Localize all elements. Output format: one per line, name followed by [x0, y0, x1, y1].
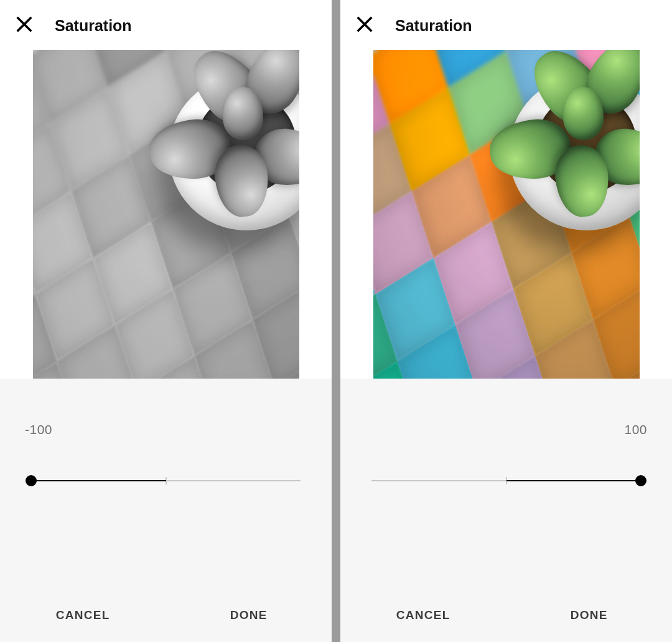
done-button[interactable]: DONE — [166, 588, 332, 642]
slider-handle[interactable] — [635, 475, 646, 486]
editor-controls: 100 CANCEL DONE — [340, 379, 672, 642]
comparison-view: Saturation -100 — [0, 0, 672, 642]
cancel-button[interactable]: CANCEL — [340, 588, 506, 642]
slider-fill — [506, 480, 642, 481]
preview-image — [373, 50, 640, 379]
cancel-button[interactable]: CANCEL — [0, 588, 166, 642]
preview-image — [33, 50, 299, 379]
editor-controls: -100 CANCEL DONE — [0, 379, 332, 642]
editor-header: Saturation — [0, 0, 332, 50]
slider-value-label: 100 — [340, 422, 672, 437]
editor-panel-high: Saturation 100 — [340, 0, 672, 642]
editor-header: Saturation — [340, 0, 672, 50]
done-button[interactable]: DONE — [506, 588, 673, 642]
slider-value: 100 — [624, 422, 647, 437]
saturation-slider[interactable] — [0, 466, 332, 496]
editor-footer: CANCEL DONE — [340, 588, 672, 642]
slider-value-label: -100 — [0, 422, 332, 437]
editor-title: Saturation — [55, 17, 132, 35]
editor-panel-low: Saturation -100 — [0, 0, 332, 642]
saturation-slider[interactable] — [340, 466, 672, 496]
image-stage — [340, 50, 672, 379]
slider-track — [371, 480, 641, 481]
close-icon[interactable] — [354, 14, 375, 37]
close-icon[interactable] — [14, 14, 35, 37]
image-stage — [0, 50, 332, 379]
slider-track — [31, 480, 301, 481]
editor-title: Saturation — [395, 17, 472, 35]
slider-value: -100 — [25, 422, 52, 437]
editor-footer: CANCEL DONE — [0, 588, 332, 642]
slider-handle[interactable] — [26, 475, 37, 486]
slider-fill — [31, 480, 166, 481]
